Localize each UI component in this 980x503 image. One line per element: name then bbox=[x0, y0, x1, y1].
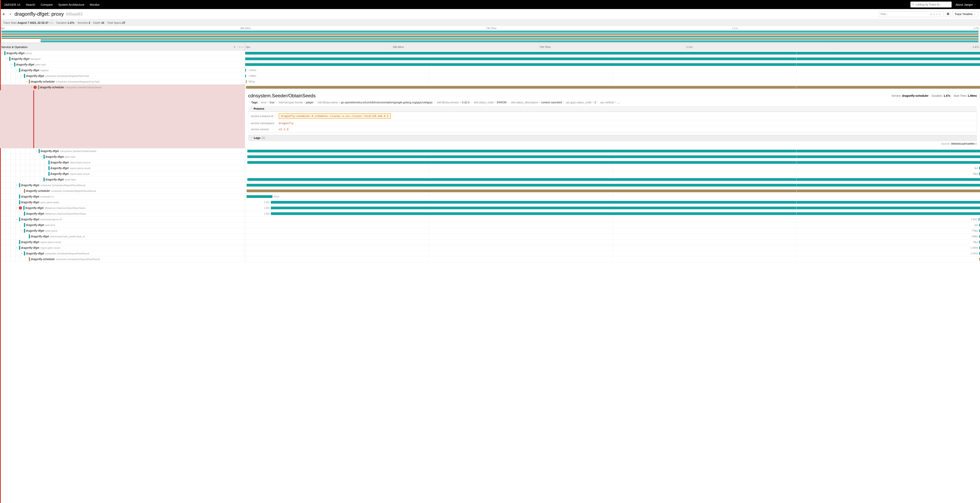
expand-right-icon[interactable]: › bbox=[237, 45, 238, 49]
span-bar[interactable] bbox=[246, 80, 247, 83]
span-bar[interactable] bbox=[271, 207, 980, 209]
span-tree-cell[interactable]: !dragonfly-schedulercdnsystem.Seeder/Obt… bbox=[0, 85, 245, 90]
span-tree-cell[interactable]: dragonfly-dfget/download/:task_prefix/:t… bbox=[0, 234, 245, 240]
span-bar[interactable] bbox=[271, 212, 980, 215]
brand[interactable]: JAEGER UI bbox=[4, 3, 21, 6]
span-tree-cell[interactable]: dragonfly-dfgetproxy bbox=[0, 51, 245, 55]
span-bar[interactable] bbox=[978, 218, 979, 221]
span-timeline-cell[interactable]: 1.22ms bbox=[245, 251, 980, 256]
span-timeline-cell[interactable]: 51ms bbox=[245, 194, 980, 199]
span-bar[interactable] bbox=[979, 241, 980, 243]
span-row[interactable]: dragonfly-dfgetscheduler.Scheduler/Regis… bbox=[0, 73, 980, 79]
collapse-icon[interactable]: ∨ bbox=[234, 45, 235, 49]
span-row[interactable]: dragonfly-dfgetreport-piece-result18μs bbox=[0, 240, 980, 245]
span-timeline-cell[interactable]: 1.29ms bbox=[245, 245, 980, 251]
span-tree-cell[interactable]: dragonfly-schedulerscheduler.Scheduler/R… bbox=[0, 79, 245, 85]
span-bar[interactable] bbox=[247, 184, 980, 187]
down-icon[interactable]: ∨ bbox=[936, 13, 938, 16]
logs-section[interactable]: Logs (3) bbox=[248, 135, 977, 141]
chevron-down-icon[interactable] bbox=[6, 57, 8, 60]
span-bar[interactable] bbox=[979, 252, 980, 255]
up-icon[interactable]: ∧ bbox=[933, 13, 935, 16]
chevron-down-icon[interactable] bbox=[16, 246, 18, 249]
nav-search[interactable]: Search bbox=[26, 3, 35, 6]
span-tree-cell[interactable]: dragonfly-dfgetcdnsystem.Seeder/ObtainSe… bbox=[0, 148, 245, 154]
span-tree-cell[interactable]: dragonfly-dfgetpeer-task bbox=[0, 154, 245, 160]
chevron-down-icon[interactable] bbox=[11, 63, 13, 66]
span-tree-cell[interactable]: dragonfly-dfgetwrite-piece bbox=[0, 228, 245, 234]
span-tree-cell[interactable]: dragonfly-dfgetscheduler.Scheduler/Regis… bbox=[0, 73, 245, 79]
chevron-down-icon[interactable] bbox=[21, 75, 23, 77]
span-timeline-cell[interactable] bbox=[245, 160, 980, 165]
chevron-down-icon[interactable] bbox=[8, 12, 13, 16]
span-bar[interactable] bbox=[247, 190, 980, 192]
span-row[interactable]: dragonfly-dfgetpeer-task bbox=[0, 62, 980, 67]
chevron-down-icon[interactable] bbox=[16, 184, 18, 187]
target-icon[interactable]: ⊚ bbox=[930, 13, 932, 16]
span-tree-cell[interactable]: dragonfly-dfgetpeer-task bbox=[0, 62, 245, 67]
span-row[interactable]: dragonfly-dfgetseed-task bbox=[0, 177, 980, 182]
span-row[interactable]: dragonfly-dfgetdfdaemon.Daemon/SyncPiece… bbox=[0, 211, 980, 217]
span-tree-cell[interactable]: !dragonfly-dfgetdfdaemon.Daemon/SyncPiec… bbox=[0, 205, 245, 211]
span-tree-cell[interactable]: dragonfly-dfgetdownload-piece-#0 bbox=[0, 217, 245, 222]
span-timeline-cell[interactable] bbox=[245, 154, 980, 160]
span-row[interactable]: dragonfly-schedulerscheduler.Scheduler/R… bbox=[0, 79, 980, 85]
span-row[interactable]: dragonfly-dfgettransport bbox=[0, 56, 980, 62]
span-tree-cell[interactable]: dragonfly-dfgetreport-peer-result bbox=[0, 245, 245, 251]
nav-architecture[interactable]: System Architecture bbox=[58, 3, 84, 6]
process-header[interactable]: Process bbox=[248, 106, 977, 112]
span-row[interactable]: dragonfly-dfgetreport-piece-result4μs bbox=[0, 165, 980, 171]
chevron-down-icon[interactable] bbox=[16, 207, 18, 209]
span-timeline-cell[interactable]: 1.42s bbox=[245, 205, 980, 211]
span-timeline-cell[interactable] bbox=[245, 50, 980, 56]
span-tree-cell[interactable]: dragonfly-dfgetschedule-#1 bbox=[0, 194, 245, 200]
span-timeline-cell[interactable] bbox=[245, 62, 980, 67]
span-bar[interactable] bbox=[979, 229, 980, 232]
span-row[interactable]: dragonfly-dfgetwait-limit2μs bbox=[0, 222, 980, 228]
span-timeline-cell[interactable]: 4μs bbox=[245, 165, 980, 171]
span-row[interactable]: !dragonfly-schedulercdnsystem.Seeder/Obt… bbox=[0, 85, 980, 90]
chevron-down-icon[interactable] bbox=[35, 150, 38, 152]
span-timeline-cell[interactable] bbox=[245, 148, 980, 154]
span-tree-cell[interactable]: dragonfly-dfgetclient-back-source bbox=[0, 160, 245, 165]
find-box[interactable]: ⊚ ∧ ∨ ✕ bbox=[879, 11, 943, 17]
lookup-trace-input[interactable] bbox=[916, 3, 950, 6]
span-bar[interactable] bbox=[247, 155, 980, 158]
span-tree-cell[interactable]: dragonfly-dfgettransport bbox=[0, 56, 245, 62]
chevron-right-icon[interactable] bbox=[248, 101, 250, 104]
tags-row[interactable]: Tags:error = trueinternal.span.format = … bbox=[248, 101, 977, 104]
lookup-trace-box[interactable] bbox=[910, 2, 951, 8]
chevron-down-icon[interactable] bbox=[40, 155, 43, 158]
span-tree-cell[interactable]: dragonfly-dfgetdfdaemon.Daemon/SyncPiece… bbox=[0, 211, 245, 217]
span-bar[interactable] bbox=[247, 161, 980, 164]
span-timeline-cell[interactable]: 1.42s bbox=[245, 211, 980, 216]
span-timeline-cell[interactable]: 18μs bbox=[245, 240, 980, 245]
span-bar[interactable] bbox=[245, 69, 246, 72]
span-bar[interactable] bbox=[271, 201, 980, 204]
span-tree-cell[interactable]: dragonfly-dfgetscheduler.Scheduler/Repor… bbox=[0, 251, 245, 256]
span-bar[interactable] bbox=[979, 167, 980, 169]
span-row[interactable]: dragonfly-dfgetschedule-#151ms bbox=[0, 194, 980, 200]
span-timeline-cell[interactable]: 2.6ms bbox=[245, 217, 980, 222]
minimap-visual[interactable] bbox=[1, 30, 979, 43]
span-row[interactable]: dragonfly-dfgetregister1.92ms bbox=[0, 67, 980, 73]
about-jaeger-link[interactable]: About Jaeger bbox=[956, 3, 976, 6]
copy-icon[interactable]: ⧉ bbox=[975, 142, 977, 145]
span-timeline-cell[interactable]: 199μs bbox=[245, 234, 980, 239]
chevron-down-icon[interactable] bbox=[21, 252, 23, 255]
span-tree-cell[interactable]: dragonfly-dfgetscheduler.Scheduler/Repor… bbox=[0, 182, 245, 188]
span-tree-cell[interactable]: dragonfly-dfgetsync-piece-tasks bbox=[0, 200, 245, 205]
nav-compare[interactable]: Compare bbox=[41, 3, 53, 6]
span-row[interactable]: dragonfly-dfgetpeer-task bbox=[0, 154, 980, 160]
span-row[interactable]: dragonfly-schedulerscheduler.Scheduler/R… bbox=[0, 256, 980, 262]
span-tree-cell[interactable]: dragonfly-schedulerscheduler.Scheduler/R… bbox=[0, 188, 245, 194]
span-tree-cell[interactable]: dragonfly-dfgetregister bbox=[0, 67, 245, 73]
span-tree-cell[interactable]: dragonfly-dfgetreport-peer-result bbox=[0, 171, 245, 177]
close-icon[interactable]: ✕ bbox=[939, 13, 941, 16]
span-row[interactable]: dragonfly-dfget/download/:task_prefix/:t… bbox=[0, 234, 980, 240]
span-timeline-cell[interactable]: 1.42s bbox=[245, 200, 980, 205]
span-bar[interactable] bbox=[247, 150, 980, 152]
span-row[interactable]: dragonfly-dfgetcdnsystem.Seeder/ObtainSe… bbox=[0, 148, 980, 154]
span-tree-cell[interactable]: dragonfly-dfgetreport-piece-result bbox=[0, 165, 245, 171]
nav-monitor[interactable]: Monitor bbox=[90, 3, 100, 6]
